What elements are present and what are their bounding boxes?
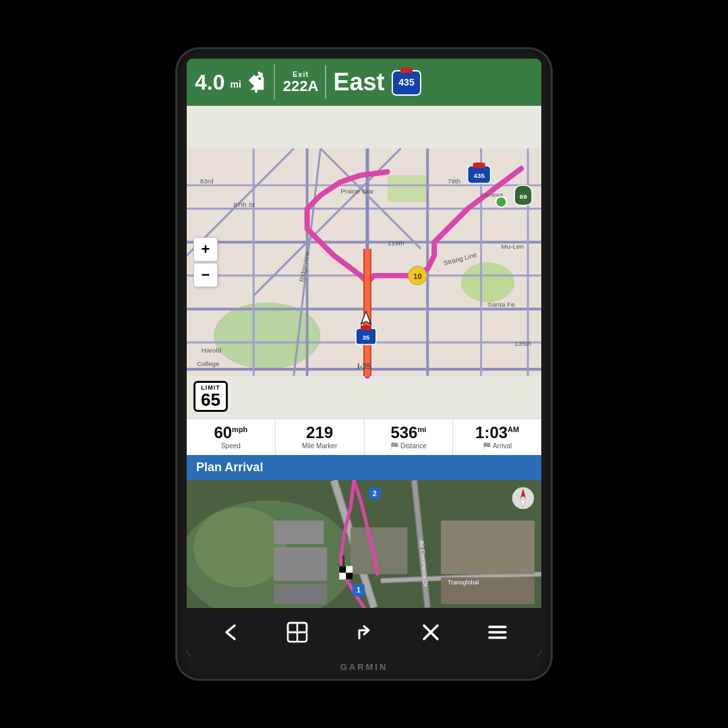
compass-icon: [512, 487, 535, 510]
svg-text:35: 35: [362, 334, 370, 341]
exit-label-box: Exit 222A: [283, 70, 319, 94]
compass: [512, 487, 535, 510]
turn-arrow-icon: [247, 70, 266, 94]
svg-text:I-35: I-35: [357, 362, 371, 371]
svg-rect-66: [351, 527, 407, 574]
brand-label: GARMIN: [340, 662, 388, 672]
menu-icon: [488, 625, 507, 640]
zoom-in-button[interactable]: +: [193, 237, 218, 262]
satellite-svg: 2 1 Air Commerce Dr Transglobal: [187, 480, 541, 608]
svg-point-3: [214, 303, 321, 369]
arrival-label: 🏁 Arrival: [483, 442, 512, 450]
svg-text:135th: 135th: [514, 340, 531, 347]
stats-bar: 60 mph Speed 219 Mile Marker 536 mi 🏁: [187, 419, 541, 455]
nav-distance-section: 4.0 mi: [187, 59, 274, 106]
speed-label: Speed: [221, 442, 241, 450]
svg-text:435: 435: [399, 77, 415, 88]
svg-text:435: 435: [473, 172, 485, 179]
svg-rect-64: [441, 520, 535, 574]
svg-rect-63: [274, 520, 324, 544]
arrival-stat: 1:03 AM 🏁 Arrival: [453, 419, 541, 455]
svg-rect-62: [274, 584, 327, 605]
distance-value: 536 mi: [390, 425, 426, 441]
distance-label: 🏁 Distance: [390, 442, 427, 450]
svg-text:69: 69: [520, 193, 528, 200]
svg-rect-61: [274, 547, 327, 581]
back-icon: [221, 623, 240, 642]
speed-limit-sign: LIMIT 65: [193, 381, 228, 412]
mile-marker-label: Mile Marker: [302, 442, 337, 450]
close-icon: [421, 623, 440, 642]
svg-point-49: [496, 197, 507, 208]
map-controls: + −: [193, 237, 218, 287]
svg-text:Santa Fe: Santa Fe: [488, 301, 516, 308]
mile-marker-stat: 219 Mile Marker: [276, 419, 365, 455]
nav-exit-info: Exit 222A East 435: [275, 59, 541, 106]
distance-stat: 536 mi 🏁 Distance: [365, 419, 454, 455]
mile-marker-value: 219: [306, 425, 333, 441]
interstate-shield-icon: 435: [391, 67, 422, 98]
svg-text:87th St: 87th St: [233, 201, 255, 208]
distance-flag-icon: 🏁: [390, 442, 398, 450]
directions-button[interactable]: [348, 616, 380, 648]
satellite-view[interactable]: 2 1 Air Commerce Dr Transglobal: [187, 480, 541, 608]
direction-label: East: [333, 68, 384, 96]
back-button[interactable]: [214, 616, 247, 648]
arrival-value: 1:03 AM: [475, 425, 519, 441]
device-screen: 4.0 mi Exit 222A East: [187, 59, 541, 657]
svg-text:2: 2: [373, 489, 377, 497]
exit-number: 222A: [283, 78, 319, 94]
plan-arrival-header: Plan Arrival: [187, 455, 541, 480]
svg-text:Harold: Harold: [202, 346, 221, 354]
svg-text:Transglobal: Transglobal: [448, 579, 479, 586]
svg-text:College: College: [197, 360, 220, 367]
svg-text:1: 1: [357, 586, 361, 594]
svg-text:119th: 119th: [388, 239, 404, 247]
directions-icon: [354, 622, 374, 642]
garmin-device: 4.0 mi Exit 222A East: [175, 47, 553, 681]
svg-point-54: [193, 507, 287, 587]
map-container[interactable]: 83rd 87th St Prairie Star Ridgeview Haro…: [187, 106, 541, 419]
interstate-shield: 435: [391, 67, 422, 98]
svg-text:79th: 79th: [448, 177, 460, 185]
svg-rect-69: [346, 573, 353, 580]
exit-direction-divider: [325, 65, 326, 99]
close-button[interactable]: [415, 616, 447, 648]
svg-text:Prairie Star: Prairie Star: [340, 187, 374, 195]
svg-rect-4: [388, 175, 428, 202]
svg-point-5: [461, 262, 514, 303]
speed-limit-value: 65: [201, 391, 220, 408]
svg-text:83rd: 83rd: [200, 177, 214, 185]
svg-text:Mu-Len: Mu-Len: [501, 243, 524, 250]
svg-text:10: 10: [413, 272, 421, 280]
distance-value: 4.0: [195, 70, 224, 95]
arrival-flag-icon: 🏁: [483, 442, 491, 450]
map-svg: 83rd 87th St Prairie Star Ridgeview Haro…: [187, 106, 541, 419]
svg-rect-70: [342, 555, 344, 568]
speed-stat: 60 mph Speed: [187, 419, 276, 455]
map-view-icon: [286, 621, 308, 643]
zoom-out-button[interactable]: −: [193, 263, 218, 287]
nav-header: 4.0 mi Exit 222A East: [187, 59, 541, 106]
menu-button[interactable]: [481, 616, 514, 648]
distance-unit: mi: [230, 79, 241, 90]
bottom-toolbar: [187, 608, 541, 657]
map-view-button[interactable]: [281, 616, 313, 648]
speed-value: 60 mph: [214, 425, 247, 441]
